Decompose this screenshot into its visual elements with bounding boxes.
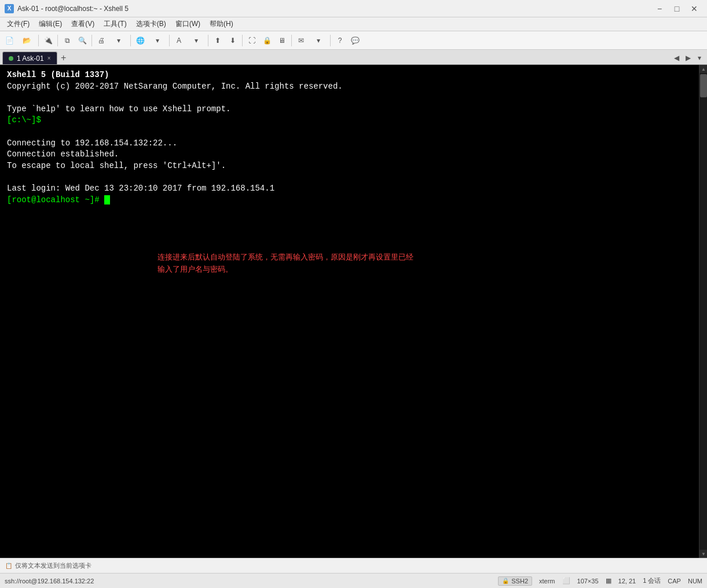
menu-file[interactable]: 文件(F) <box>2 18 34 30</box>
caps-label: CAP <box>668 578 681 585</box>
toolbar-separator-4 <box>130 35 131 46</box>
print-options-button[interactable]: ▾ <box>109 34 128 48</box>
menu-bar: 文件(F) 编辑(E) 查看(V) 工具(T) 选项卡(B) 窗口(W) 帮助(… <box>0 17 707 31</box>
toolbar-separator-8 <box>291 35 292 46</box>
terminal-scrollbar[interactable]: ▲ ▼ <box>699 65 707 558</box>
toolbar-separator-5 <box>169 35 170 46</box>
session-label: 1 会话 <box>643 576 661 585</box>
toolbar-separator-9 <box>330 35 331 46</box>
open-button[interactable]: 📂 <box>17 34 36 48</box>
help-button[interactable]: ? <box>333 34 347 48</box>
session-tab[interactable]: 1 Ask-01 × <box>2 52 57 64</box>
lock-icon: 🔒 <box>502 578 509 584</box>
scroll-thumb[interactable] <box>700 74 707 97</box>
send-button[interactable]: ✉ <box>294 34 308 48</box>
num-label: NUM <box>688 578 702 585</box>
tab-status-dot <box>9 56 13 61</box>
size-icon: ⬜ <box>562 577 570 585</box>
window-controls: − □ ✕ <box>651 2 702 15</box>
close-button[interactable]: ✕ <box>686 2 702 15</box>
search-button[interactable]: 🔍 <box>75 34 89 48</box>
terminal-prompt-1: [c:\~]$ <box>7 115 692 126</box>
terminal-prompt-2: [root@localhost ~]# <box>7 195 692 206</box>
status-text: 仅将文本发送到当前选项卡 <box>15 561 91 570</box>
tab-close-button[interactable]: × <box>47 55 51 61</box>
terminal-line-6: Connecting to 192.168.154.132:22... <box>7 138 692 149</box>
font-button[interactable]: A <box>172 34 186 48</box>
toolbar-separator-1 <box>38 35 39 46</box>
toolbar: 📄 📂 🔌 ⧉ 🔍 🖨 ▾ 🌐 ▾ A ▾ ⬆ ⬇ ⛶ 🔒 🖥 ✉ ▾ ? 💬 <box>0 31 707 50</box>
font-options-button[interactable]: ▾ <box>187 34 206 48</box>
terminal-line-4: Type `help' to learn how to use Xshell p… <box>7 104 692 115</box>
fullscreen-button[interactable]: ⛶ <box>245 34 259 48</box>
tab-nav-right: ◀ ▶ ▾ <box>671 52 705 64</box>
info-button[interactable]: 💬 <box>348 34 362 48</box>
title-bar: X Ask-01 - root@localhost:~ - Xshell 5 −… <box>0 0 707 17</box>
screen-button[interactable]: 🖥 <box>275 34 289 48</box>
menu-view[interactable]: 查看(V) <box>67 18 99 30</box>
size-label: 107×35 <box>577 578 599 585</box>
connect-button[interactable]: 🔌 <box>41 34 55 48</box>
bottom-left: ssh://root@192.168.154.132:22 <box>5 578 94 585</box>
tab-menu-button[interactable]: ▾ <box>694 52 705 64</box>
maximize-button[interactable]: □ <box>669 2 685 15</box>
ssh-connection-label: ssh://root@192.168.154.132:22 <box>5 578 94 585</box>
print-button[interactable]: 🖨 <box>94 34 108 48</box>
tab-label: 1 Ask-01 <box>17 54 44 63</box>
toolbar-separator-7 <box>242 35 243 46</box>
ssh2-badge: 🔒 SSH2 <box>498 576 532 586</box>
toolbar-separator-6 <box>208 35 208 46</box>
bottom-bar: ssh://root@192.168.154.132:22 🔒 SSH2 xte… <box>0 573 707 588</box>
ssh2-label: SSH2 <box>511 578 528 585</box>
terminal-cursor <box>104 195 110 204</box>
pos-icon: ▦ <box>606 577 611 585</box>
bottom-right: 🔒 SSH2 xterm ⬜ 107×35 ▦ 12, 21 1 会话 CAP … <box>498 576 702 586</box>
terminal-line-2: Copyright (c) 2002-2017 NetSarang Comput… <box>7 81 692 93</box>
toolbar-separator-3 <box>91 35 92 46</box>
terminal-line-8: To escape to local shell, press 'Ctrl+Al… <box>7 160 692 172</box>
status-bar: 📋 仅将文本发送到当前选项卡 <box>0 558 707 573</box>
sftp-button[interactable]: ⬆ <box>211 34 225 48</box>
terminal-line-1: Xshell 5 (Build 1337) <box>7 70 692 81</box>
menu-tools[interactable]: 工具(T) <box>99 18 131 30</box>
scroll-track <box>699 73 707 550</box>
window-title: Ask-01 - root@localhost:~ - Xshell 5 <box>17 5 129 13</box>
tab-scroll-right[interactable]: ▶ <box>683 52 693 64</box>
xterm-label: xterm <box>539 578 555 585</box>
status-icon: 📋 <box>5 562 13 570</box>
menu-edit[interactable]: 编辑(E) <box>34 18 67 30</box>
terminal-line-3 <box>7 92 692 104</box>
globe-button[interactable]: 🌐 <box>133 34 147 48</box>
menu-tabs[interactable]: 选项卡(B) <box>131 18 171 30</box>
pos-label: 12, 21 <box>618 578 636 585</box>
terminal-wrapper: Xshell 5 (Build 1337) Copyright (c) 2002… <box>0 65 707 558</box>
add-tab-button[interactable]: + <box>57 52 70 64</box>
tab-bar: 1 Ask-01 × + ◀ ▶ ▾ <box>0 50 707 65</box>
app-icon: X <box>5 4 14 13</box>
sftp2-button[interactable]: ⬇ <box>226 34 240 48</box>
menu-window[interactable]: 窗口(W) <box>171 18 205 30</box>
terminal[interactable]: Xshell 5 (Build 1337) Copyright (c) 2002… <box>0 65 699 558</box>
globe-options-button[interactable]: ▾ <box>148 34 167 48</box>
send-options-button[interactable]: ▾ <box>309 34 328 48</box>
minimize-button[interactable]: − <box>651 2 668 15</box>
terminal-line-5 <box>7 126 692 138</box>
lock-button[interactable]: 🔒 <box>260 34 274 48</box>
terminal-annotation: 连接进来后默认自动登陆了系统，无需再输入密码，原因是刚才再设置里已经输入了用户名… <box>157 252 692 276</box>
toolbar-separator-2 <box>57 35 58 46</box>
new-session-button[interactable]: 📄 <box>2 34 16 48</box>
terminal-line-9 <box>7 171 692 183</box>
terminal-line-7: Connection established. <box>7 149 692 160</box>
duplicate-button[interactable]: ⧉ <box>60 34 74 48</box>
scroll-up-arrow[interactable]: ▲ <box>699 65 707 73</box>
menu-help[interactable]: 帮助(H) <box>205 18 238 30</box>
terminal-line-10: Last login: Wed Dec 13 23:20:10 2017 fro… <box>7 183 692 195</box>
scroll-down-arrow[interactable]: ▼ <box>699 550 707 558</box>
tab-scroll-left[interactable]: ◀ <box>671 52 682 64</box>
